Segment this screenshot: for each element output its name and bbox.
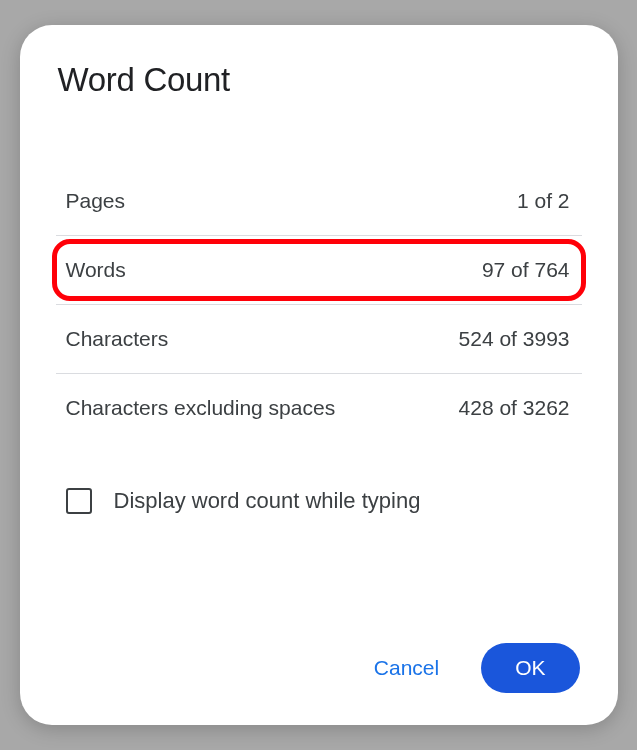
dialog-button-row: Cancel OK [56,643,582,697]
word-count-dialog: Word Count Pages 1 of 2 Words 97 of 764 … [20,25,618,725]
cancel-button[interactable]: Cancel [358,646,455,690]
stat-value-words: 97 of 764 [482,258,570,282]
dialog-title: Word Count [56,61,582,99]
stat-label-words: Words [66,258,126,282]
stat-row-characters-no-spaces: Characters excluding spaces 428 of 3262 [56,374,582,442]
stat-value-characters-no-spaces: 428 of 3262 [459,396,570,420]
stat-label-pages: Pages [66,189,126,213]
stats-list: Pages 1 of 2 Words 97 of 764 Characters … [56,167,582,442]
stat-row-pages: Pages 1 of 2 [56,167,582,236]
stat-row-characters: Characters 524 of 3993 [56,305,582,374]
stat-value-pages: 1 of 2 [517,189,570,213]
stat-label-characters: Characters [66,327,169,351]
checkbox-label: Display word count while typing [114,488,421,514]
stat-row-words: Words 97 of 764 [56,236,582,305]
display-count-checkbox[interactable] [66,488,92,514]
checkbox-row: Display word count while typing [56,488,582,514]
stat-label-characters-no-spaces: Characters excluding spaces [66,396,336,420]
ok-button[interactable]: OK [481,643,579,693]
stat-value-characters: 524 of 3993 [459,327,570,351]
